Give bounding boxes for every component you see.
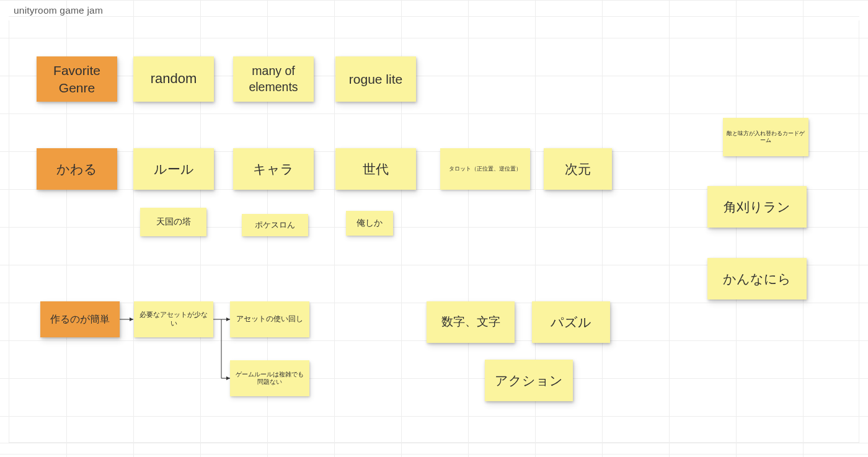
sticky-note-many-elements[interactable]: many of elements: [233, 56, 314, 102]
sticky-note-kannanira[interactable]: かんなにら: [707, 258, 807, 299]
sticky-note-oreshika[interactable]: 俺しか: [346, 211, 393, 236]
sticky-label: キャラ: [253, 161, 294, 177]
sticky-label: 数字、文字: [441, 314, 500, 330]
sticky-note-sedai[interactable]: 世代: [335, 148, 416, 190]
sticky-label: random: [151, 70, 197, 88]
sticky-label: ゲームルールは複雑でも問題ない: [234, 371, 306, 386]
sticky-label: 俺しか: [356, 218, 383, 229]
sticky-note-rule[interactable]: ルール: [133, 148, 214, 190]
sticky-note-pokeslon[interactable]: ポケスロん: [242, 214, 308, 236]
sticky-note-rules-complex[interactable]: ゲームルールは複雑でも問題ない: [230, 360, 309, 396]
sticky-label: 天国の塔: [156, 216, 191, 228]
sticky-label: many of elements: [249, 63, 298, 95]
sticky-label: rogue lite: [349, 71, 402, 87]
sticky-label: タロット（正位置、逆位置）: [449, 166, 521, 173]
sticky-note-action[interactable]: アクション: [485, 360, 573, 401]
sticky-label: かわる: [56, 161, 97, 177]
sticky-label: アクション: [495, 372, 563, 389]
sticky-note-suuji-moji[interactable]: 数字、文字: [427, 301, 515, 343]
sticky-label: 次元: [565, 161, 591, 177]
sticky-note-chara[interactable]: キャラ: [233, 148, 314, 190]
sticky-note-kakugari-run[interactable]: 角刈りラン: [707, 186, 807, 228]
board-canvas[interactable]: Favorite Genrerandommany of elementsrogu…: [0, 0, 868, 457]
sticky-note-rogue-lite[interactable]: rogue lite: [335, 56, 416, 102]
sticky-label: 角刈りラン: [724, 198, 790, 215]
sticky-note-few-assets[interactable]: 必要なアセットが少ない: [134, 301, 213, 337]
sticky-note-asset-reuse[interactable]: アセットの使い回し: [230, 301, 309, 337]
sticky-label: Favorite Genre: [53, 62, 100, 96]
sticky-label: 必要なアセットが少ない: [138, 311, 210, 327]
sticky-note-random[interactable]: random: [133, 56, 214, 102]
sticky-note-favorite-genre[interactable]: Favorite Genre: [37, 56, 117, 102]
sticky-label: 作るのが簡単: [50, 313, 110, 326]
sticky-note-card-game[interactable]: 敵と味方が入れ替わるカードゲーム: [723, 118, 808, 156]
sticky-label: ポケスロん: [255, 220, 295, 230]
sticky-label: 世代: [363, 161, 389, 177]
sticky-note-jigen[interactable]: 次元: [544, 148, 612, 190]
sticky-note-puzzle[interactable]: パズル: [532, 301, 610, 343]
sticky-note-tarot[interactable]: タロット（正位置、逆位置）: [440, 148, 530, 190]
sticky-note-tengoku[interactable]: 天国の塔: [140, 208, 206, 236]
sticky-note-kawaru[interactable]: かわる: [37, 148, 117, 190]
sticky-note-easy-make[interactable]: 作るのが簡単: [40, 301, 120, 337]
sticky-label: パズル: [551, 314, 591, 331]
sticky-label: 敵と味方が入れ替わるカードゲーム: [727, 130, 805, 144]
sticky-label: かんなにら: [723, 270, 791, 287]
sticky-label: アセットの使い回し: [236, 314, 303, 324]
sticky-label: ルール: [154, 161, 194, 177]
